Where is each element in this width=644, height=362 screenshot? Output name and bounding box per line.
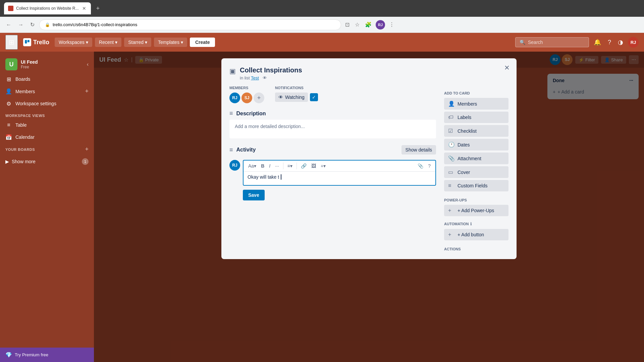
members-section-label: Members — [229, 86, 264, 90]
search-input[interactable] — [528, 40, 585, 45]
workspace-views-section: Workspace views — [0, 110, 94, 119]
modal-sidebar: Add to card 👤 Members 🏷 Labels ☑ Checkli… — [444, 86, 508, 254]
notification-bell-icon[interactable]: 🔔 — [592, 37, 603, 48]
toolbar-separator — [283, 163, 283, 169]
extension-icon[interactable]: 🧩 — [364, 20, 373, 29]
add-cover-button[interactable]: ▭ Cover — [444, 166, 508, 178]
tab-title: Collect Inspirations on Website R... — [16, 6, 79, 11]
watch-eye-icon: 👁 — [263, 75, 267, 80]
link-button[interactable]: 🔗 — [299, 162, 309, 170]
recent-button[interactable]: Recent ▾ — [95, 38, 121, 47]
templates-button[interactable]: Templates ▾ — [154, 38, 187, 47]
italic-button[interactable]: I — [267, 162, 272, 170]
image-button[interactable]: 🖼 — [309, 162, 318, 170]
settings-icon: ⚙ — [5, 100, 12, 107]
add-attachment-button[interactable]: 📎 Attachment — [444, 153, 508, 164]
editor-toolbar: Aa▾ B I ··· ≡▾ Lists — [244, 161, 435, 172]
lists-button-wrapper: ≡▾ Lists — [285, 162, 294, 170]
trello-logo[interactable]: Trello — [20, 37, 52, 48]
address-bar[interactable]: 🔒 — [39, 19, 341, 30]
add-dates-button[interactable]: 🕐 Dates — [444, 139, 508, 150]
bookmark-icon[interactable]: ☆ — [354, 20, 361, 29]
reload-button[interactable]: ↻ — [28, 19, 37, 30]
premium-label: Try Premium free — [15, 352, 48, 357]
modal-main: Members RJ SJ + Notifications — [229, 86, 444, 254]
theme-icon[interactable]: ◑ — [616, 37, 625, 48]
member-avatar-sj[interactable]: SJ — [241, 93, 252, 103]
user-avatar[interactable]: RJ — [628, 37, 639, 48]
editor-text: Okay will take t — [248, 174, 279, 180]
forward-button[interactable]: → — [16, 20, 25, 30]
list-link[interactable]: Test — [251, 75, 259, 80]
editor-content[interactable]: Okay will take t — [244, 172, 435, 185]
sidebar-item-members[interactable]: 👤 Members + — [0, 85, 94, 98]
sidebar-item-table[interactable]: ≡ Table — [0, 119, 94, 131]
save-button[interactable]: Save — [243, 190, 265, 200]
add-member-button[interactable]: + — [85, 88, 89, 95]
description-field[interactable]: Add a more detailed description... — [229, 120, 436, 138]
grid-menu-button[interactable]: ⊞ — [5, 35, 18, 50]
chevron-down-icon: ▾ — [115, 40, 117, 45]
text-format-button[interactable]: Aa▾ — [246, 162, 258, 170]
members-label: Members — [15, 89, 35, 94]
add-board-button[interactable]: + — [85, 146, 89, 153]
workspace-avatar: U — [5, 58, 17, 70]
recent-label: Recent — [99, 40, 114, 45]
watching-button[interactable]: 👁 Watching — [275, 93, 308, 102]
more-format-button[interactable]: ··· — [273, 162, 281, 170]
workspace-settings-label: Workspace settings — [15, 101, 56, 106]
sidebar-item-calendar[interactable]: 📅 Calendar — [0, 131, 94, 143]
tab-close-icon[interactable]: ✕ — [82, 5, 87, 12]
add-labels-button[interactable]: 🏷 Labels — [444, 112, 508, 123]
premium-banner[interactable]: 💎 Try Premium free — [0, 348, 94, 362]
browser-tab[interactable]: Collect Inspirations on Website R... ✕ — [4, 2, 91, 14]
workspace-name: UI Feed — [21, 59, 84, 65]
sidebar-collapse-button[interactable]: ‹ — [87, 61, 89, 67]
attachment-icon: 📎 — [448, 155, 455, 162]
premium-icon: 💎 — [5, 352, 12, 358]
card-meta-row: Members RJ SJ + Notifications — [229, 86, 436, 103]
help-button[interactable]: ? — [426, 162, 433, 170]
show-details-button[interactable]: Show details — [401, 145, 436, 155]
boards-label: Boards — [15, 76, 30, 82]
create-button[interactable]: Create — [190, 38, 215, 47]
attachment-button[interactable]: 📎 — [416, 162, 425, 170]
sidebar-item-boards[interactable]: ⊞ Boards — [0, 73, 94, 85]
add-button-button[interactable]: + + Add button — [444, 229, 508, 240]
custom-fields-btn-label: Custom Fields — [458, 183, 487, 188]
members-icon: 👤 — [5, 88, 12, 95]
more-insert-button[interactable]: +▾ — [319, 162, 328, 170]
add-member-button[interactable]: + — [254, 93, 264, 103]
bold-button[interactable]: B — [259, 162, 266, 170]
back-button[interactable]: ← — [4, 20, 13, 30]
activity-editor[interactable]: Aa▾ B I ··· ≡▾ Lists — [243, 160, 436, 186]
show-more-section[interactable]: ▶ Show more 1 — [0, 156, 94, 168]
starred-button[interactable]: Starred ▾ — [124, 38, 151, 47]
url-input[interactable] — [53, 22, 335, 27]
automation-label: Automation — [444, 222, 469, 226]
browser-right-icons: ⊡ ☆ 🧩 RJ ⋮ — [344, 20, 396, 29]
activity-title: Activity — [236, 147, 256, 153]
cover-btn-label: Cover — [458, 170, 470, 175]
browser-chrome: Collect Inspirations on Website R... ✕ + — [0, 0, 644, 17]
chevron-down-icon: ▾ — [145, 40, 147, 45]
add-members-button[interactable]: 👤 Members — [444, 98, 508, 110]
sidebar-item-workspace-settings[interactable]: ⚙ Workspace settings — [0, 98, 94, 110]
workspace-item[interactable]: U UI Feed Free ‹ — [0, 56, 94, 73]
search-box[interactable]: 🔍 — [515, 37, 589, 47]
profile-avatar[interactable]: RJ — [376, 20, 385, 29]
cast-icon[interactable]: ⊡ — [344, 20, 351, 29]
add-checklist-button[interactable]: ☑ Checklist — [444, 125, 508, 137]
member-avatar-rj[interactable]: RJ — [229, 93, 240, 103]
in-list-prefix: in list — [240, 75, 250, 80]
activity-header: ≡ Activity Show details — [229, 145, 436, 155]
more-options-icon[interactable]: ⋮ — [388, 20, 396, 29]
watching-check-button[interactable]: ✓ — [310, 93, 318, 101]
lists-button[interactable]: ≡▾ — [285, 162, 294, 170]
add-power-up-button[interactable]: + + Add Power-Ups — [444, 205, 508, 216]
add-custom-fields-button[interactable]: ≡ Custom Fields — [444, 180, 508, 191]
new-tab-button[interactable]: + — [94, 4, 103, 13]
workspaces-button[interactable]: Workspaces ▾ — [55, 38, 92, 47]
help-icon[interactable]: ? — [606, 37, 613, 48]
modal-close-button[interactable]: ✕ — [501, 62, 513, 73]
